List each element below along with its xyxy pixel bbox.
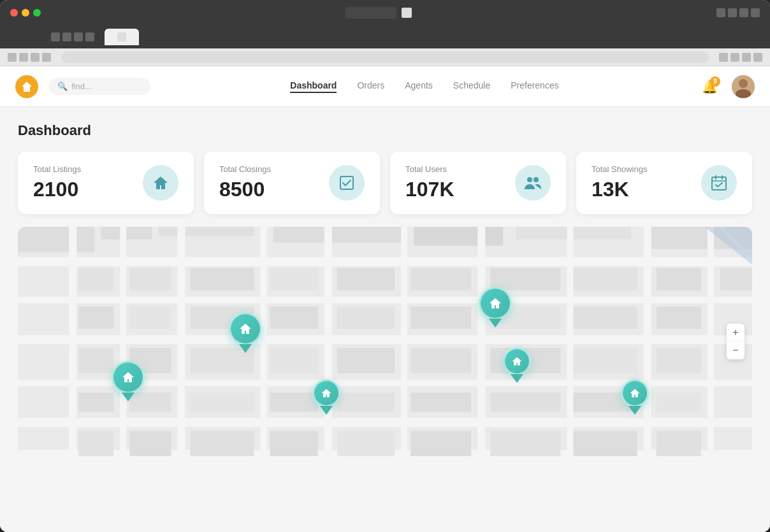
nav-right: 🔔 9 xyxy=(699,75,755,98)
stat-icon-users xyxy=(515,165,551,201)
browser-toolbar xyxy=(0,48,770,66)
svg-rect-48 xyxy=(270,306,318,329)
map-container[interactable]: + − xyxy=(18,227,752,456)
stat-card-closings: Total Closings 8500 xyxy=(204,152,380,214)
map-pin-5[interactable] xyxy=(503,347,531,383)
map-pin-6[interactable] xyxy=(621,379,649,415)
stat-label-closings: Total Closings xyxy=(219,164,271,174)
pin-tail-3 xyxy=(489,319,502,327)
svg-rect-39 xyxy=(337,268,395,291)
tab-bar xyxy=(0,25,770,48)
map-pin-2[interactable] xyxy=(112,361,145,401)
toolbar-nav xyxy=(8,53,51,62)
svg-rect-25 xyxy=(69,227,76,456)
svg-rect-45 xyxy=(78,306,113,329)
nav-link-dashboard[interactable]: Dashboard xyxy=(290,80,337,93)
logo xyxy=(15,75,38,98)
stat-label-listings: Total Listings xyxy=(33,164,81,174)
svg-rect-21 xyxy=(18,335,752,344)
nav-link-orders[interactable]: Orders xyxy=(357,80,384,93)
pin-circle-1 xyxy=(229,312,262,345)
svg-rect-73 xyxy=(129,431,171,456)
svg-rect-19 xyxy=(18,257,752,266)
calendar-check-icon xyxy=(710,174,728,192)
nav-link-schedule[interactable]: Schedule xyxy=(453,80,490,93)
zoom-in-button[interactable]: + xyxy=(727,324,745,341)
pin-home-icon-3 xyxy=(488,296,502,310)
map-pin-1[interactable] xyxy=(229,312,262,353)
stat-icon-showings xyxy=(701,165,737,201)
minimize-button[interactable] xyxy=(22,9,29,17)
svg-rect-54 xyxy=(78,348,113,373)
home-icon xyxy=(152,174,170,192)
svg-rect-36 xyxy=(129,268,171,291)
maximize-button[interactable] xyxy=(33,9,41,17)
svg-rect-71 xyxy=(657,392,701,412)
svg-rect-23 xyxy=(18,418,752,427)
active-tab[interactable] xyxy=(105,29,139,45)
svg-rect-32 xyxy=(567,227,573,456)
svg-rect-52 xyxy=(574,306,637,329)
svg-rect-12 xyxy=(18,227,94,252)
title-bar xyxy=(0,0,770,25)
svg-rect-50 xyxy=(410,306,471,329)
notification-bell[interactable]: 🔔 9 xyxy=(699,75,722,98)
svg-rect-34 xyxy=(708,227,714,456)
map-pin-3[interactable] xyxy=(479,287,512,327)
stat-card-showings: Total Showings 13K xyxy=(576,152,752,214)
svg-rect-26 xyxy=(120,227,126,456)
search-placeholder: find... xyxy=(71,82,92,91)
svg-rect-63 xyxy=(78,392,113,412)
svg-point-5 xyxy=(527,177,532,182)
pin-home-icon-5 xyxy=(511,356,523,367)
traffic-lights xyxy=(10,9,41,17)
svg-rect-72 xyxy=(78,431,113,456)
svg-point-2 xyxy=(739,79,748,88)
close-button[interactable] xyxy=(10,9,18,17)
pin-home-icon-2 xyxy=(121,370,135,384)
svg-rect-80 xyxy=(657,431,701,456)
pin-home-icon-4 xyxy=(321,387,332,399)
top-navigation: 🔍 find... Dashboard Orders Agents Schedu… xyxy=(0,66,770,107)
svg-rect-29 xyxy=(324,227,332,456)
pin-home-icon-6 xyxy=(629,387,641,399)
svg-rect-65 xyxy=(190,392,254,412)
svg-rect-49 xyxy=(337,306,395,329)
search-box[interactable]: 🔍 find... xyxy=(48,78,150,95)
tab-icon xyxy=(117,32,126,41)
zoom-out-button[interactable]: − xyxy=(727,341,745,359)
svg-rect-20 xyxy=(18,297,752,303)
pin-circle-6 xyxy=(621,379,649,407)
stat-text-closings: Total Closings 8500 xyxy=(219,164,271,201)
svg-rect-37 xyxy=(190,268,254,291)
nav-link-preferences[interactable]: Preferences xyxy=(511,80,558,93)
svg-rect-74 xyxy=(190,431,254,456)
stat-value-showings: 13K xyxy=(592,178,647,201)
pin-circle-3 xyxy=(479,287,512,320)
svg-rect-44 xyxy=(720,268,752,291)
svg-rect-66 xyxy=(270,392,318,412)
page-title: Dashboard xyxy=(18,122,752,139)
pin-tail-5 xyxy=(511,374,523,383)
stat-text-users: Total Users 107K xyxy=(405,164,454,201)
svg-point-6 xyxy=(534,177,539,182)
svg-rect-38 xyxy=(270,268,318,291)
svg-rect-14 xyxy=(158,227,254,236)
nav-link-agents[interactable]: Agents xyxy=(405,80,433,93)
map-pin-4[interactable] xyxy=(312,379,340,415)
stat-text-showings: Total Showings 13K xyxy=(592,164,647,201)
svg-rect-67 xyxy=(337,392,395,412)
stat-card-listings: Total Listings 2100 xyxy=(18,152,194,214)
svg-rect-42 xyxy=(574,268,637,291)
svg-rect-30 xyxy=(401,227,407,456)
svg-rect-43 xyxy=(657,268,701,291)
stat-value-closings: 8500 xyxy=(219,178,271,201)
stats-row: Total Listings 2100 Total Closings 8500 xyxy=(18,152,752,214)
stat-text-listings: Total Listings 2100 xyxy=(33,164,81,201)
user-avatar[interactable] xyxy=(732,75,755,98)
app-content: 🔍 find... Dashboard Orders Agents Schedu… xyxy=(0,66,770,532)
users-icon xyxy=(523,174,542,192)
svg-rect-46 xyxy=(129,306,171,329)
map-background xyxy=(18,227,752,456)
svg-rect-31 xyxy=(477,227,485,456)
